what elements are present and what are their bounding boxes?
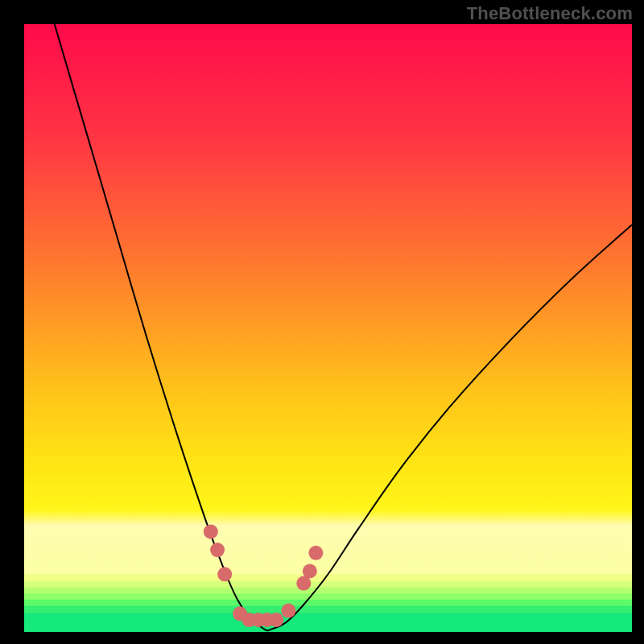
chart-svg [24, 24, 632, 632]
plot-area [24, 24, 632, 632]
svg-rect-4 [24, 600, 632, 606]
svg-rect-3 [24, 593, 632, 600]
data-dot [217, 567, 232, 581]
data-dot [204, 524, 218, 539]
svg-rect-5 [24, 606, 632, 614]
chart-container: TheBottleneck.com [0, 0, 644, 644]
data-dot [281, 604, 295, 618]
svg-rect-1 [24, 581, 632, 588]
data-dot [308, 546, 323, 560]
svg-rect-2 [24, 588, 632, 594]
bottom-color-bands [24, 574, 632, 632]
data-dot [303, 564, 317, 579]
watermark-text: TheBottleneck.com [467, 3, 633, 24]
data-dot [210, 543, 225, 557]
svg-rect-6 [24, 613, 632, 632]
data-dot [269, 613, 283, 627]
gradient-background [24, 24, 632, 632]
